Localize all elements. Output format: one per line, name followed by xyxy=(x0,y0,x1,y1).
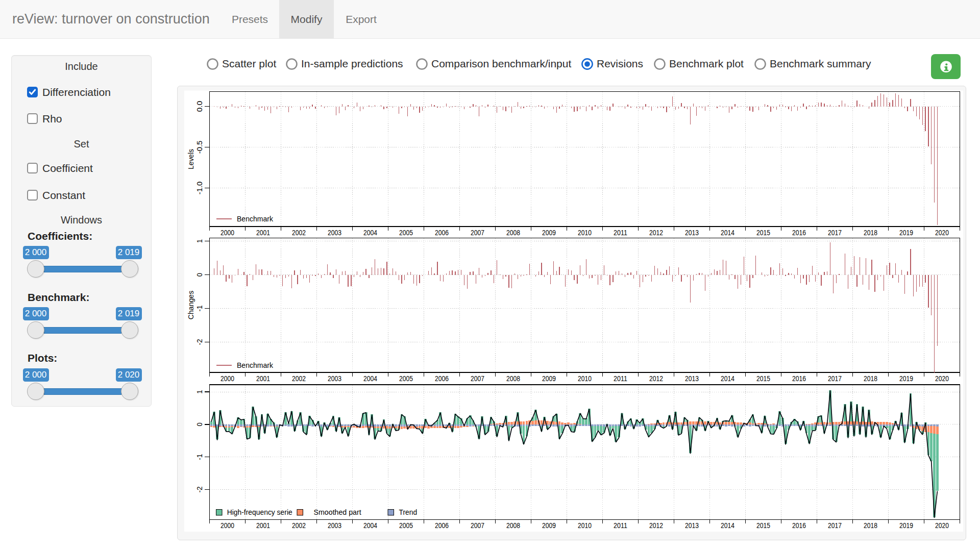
svg-text:2003: 2003 xyxy=(328,374,341,383)
svg-text:2018: 2018 xyxy=(864,229,877,237)
svg-text:Levels: Levels xyxy=(186,149,195,169)
svg-text:2003: 2003 xyxy=(328,521,341,530)
svg-text:2019: 2019 xyxy=(899,374,913,383)
svg-text:2009: 2009 xyxy=(542,521,556,530)
svg-text:2017: 2017 xyxy=(828,229,842,237)
svg-text:2016: 2016 xyxy=(792,229,806,237)
svg-text:1: 1 xyxy=(195,390,204,393)
svg-text:2004: 2004 xyxy=(363,229,377,237)
svg-text:2005: 2005 xyxy=(399,229,413,237)
svg-text:2007: 2007 xyxy=(471,229,484,237)
svg-text:2007: 2007 xyxy=(471,374,484,383)
svg-text:Smoothed part: Smoothed part xyxy=(314,508,362,516)
svg-text:2014: 2014 xyxy=(721,374,734,383)
svg-text:2014: 2014 xyxy=(721,229,734,237)
svg-text:2011: 2011 xyxy=(614,374,627,383)
svg-text:2010: 2010 xyxy=(578,521,592,530)
svg-text:-1.0: -1.0 xyxy=(195,182,204,195)
svg-text:Benchmark: Benchmark xyxy=(237,361,273,369)
svg-text:2008: 2008 xyxy=(506,374,520,383)
svg-text:-0.5: -0.5 xyxy=(195,141,204,154)
svg-text:2002: 2002 xyxy=(292,374,306,383)
svg-text:2018: 2018 xyxy=(864,521,877,530)
svg-text:2006: 2006 xyxy=(435,229,449,237)
svg-text:2003: 2003 xyxy=(328,229,341,237)
svg-text:0: 0 xyxy=(195,422,204,426)
svg-text:2016: 2016 xyxy=(792,374,806,383)
svg-text:2011: 2011 xyxy=(614,521,627,530)
svg-text:2012: 2012 xyxy=(649,229,663,237)
svg-text:2015: 2015 xyxy=(756,521,770,530)
svg-text:2019: 2019 xyxy=(899,229,913,237)
svg-text:2005: 2005 xyxy=(399,521,413,530)
svg-text:0: 0 xyxy=(195,273,204,277)
svg-text:0.0: 0.0 xyxy=(195,101,204,112)
svg-text:Benchmark: Benchmark xyxy=(237,214,273,223)
svg-text:2002: 2002 xyxy=(292,229,306,237)
svg-text:2002: 2002 xyxy=(292,521,306,530)
svg-text:2018: 2018 xyxy=(864,374,877,383)
svg-text:-2: -2 xyxy=(195,486,204,492)
svg-text:Changes: Changes xyxy=(186,291,195,320)
svg-text:High-frequency serie: High-frequency serie xyxy=(227,508,292,516)
svg-text:-2: -2 xyxy=(195,339,204,345)
svg-text:1: 1 xyxy=(195,239,204,243)
svg-text:2017: 2017 xyxy=(828,374,842,383)
svg-text:2000: 2000 xyxy=(220,521,234,530)
svg-text:2004: 2004 xyxy=(363,374,377,383)
svg-text:2001: 2001 xyxy=(256,229,270,237)
svg-text:2014: 2014 xyxy=(721,521,734,530)
svg-text:2001: 2001 xyxy=(256,521,270,530)
svg-text:2006: 2006 xyxy=(435,374,449,383)
svg-text:2013: 2013 xyxy=(685,229,699,237)
svg-text:2016: 2016 xyxy=(792,521,806,530)
svg-text:2013: 2013 xyxy=(685,374,699,383)
svg-text:2012: 2012 xyxy=(649,521,663,530)
svg-text:2001: 2001 xyxy=(256,374,270,383)
svg-text:2013: 2013 xyxy=(685,521,699,530)
svg-text:2020: 2020 xyxy=(935,229,949,237)
svg-text:2000: 2000 xyxy=(220,229,234,237)
svg-text:2008: 2008 xyxy=(506,521,520,530)
svg-text:2019: 2019 xyxy=(899,521,913,530)
svg-text:2005: 2005 xyxy=(399,374,413,383)
svg-text:2010: 2010 xyxy=(578,374,592,383)
svg-text:2015: 2015 xyxy=(756,229,770,237)
svg-text:2020: 2020 xyxy=(935,521,949,530)
svg-text:2010: 2010 xyxy=(578,229,592,237)
svg-text:2017: 2017 xyxy=(828,521,842,530)
svg-text:-1: -1 xyxy=(195,305,204,311)
svg-text:2009: 2009 xyxy=(542,229,556,237)
svg-text:2011: 2011 xyxy=(614,229,627,237)
svg-text:-1: -1 xyxy=(195,454,204,460)
svg-text:2007: 2007 xyxy=(471,521,484,530)
svg-text:2006: 2006 xyxy=(435,521,449,530)
svg-text:2012: 2012 xyxy=(649,374,663,383)
svg-text:2015: 2015 xyxy=(756,374,770,383)
svg-text:Trend: Trend xyxy=(399,508,418,516)
svg-text:2009: 2009 xyxy=(542,374,556,383)
svg-text:2020: 2020 xyxy=(935,374,949,383)
svg-text:2004: 2004 xyxy=(363,521,377,530)
svg-text:2000: 2000 xyxy=(220,374,234,383)
svg-text:2008: 2008 xyxy=(506,229,520,237)
